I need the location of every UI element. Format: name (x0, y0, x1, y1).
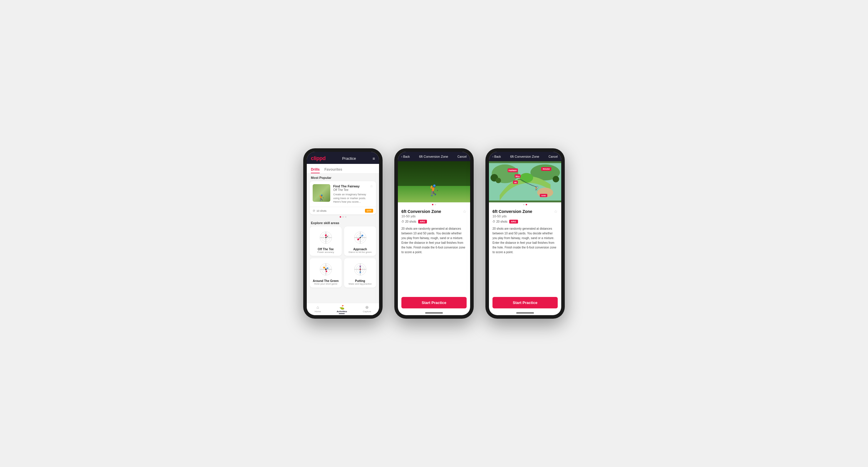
dot-2 (342, 216, 344, 218)
dot-3 (345, 216, 346, 218)
drill-image-3: FAIRWAY ROUGH Miss Hit 🏌️ SA (489, 161, 561, 202)
tab-favourites[interactable]: Favourites (324, 166, 342, 173)
nav-home[interactable]: ⌂ Home (315, 305, 321, 314)
clock-icon: ⏱ (313, 209, 315, 212)
cancel-button-2[interactable]: Cancel (458, 155, 467, 158)
phone-3-screen: ‹ Back 6ft Conversion Zone Cancel (489, 152, 561, 315)
favourite-star-icon[interactable]: ☆ (370, 184, 373, 188)
phone-1-screen: clippd Practice ≡ Drills Favourites Most… (307, 152, 379, 315)
nav-capture[interactable]: ⊕ Capture (363, 305, 371, 314)
svg-text:FAIRWAY: FAIRWAY (508, 169, 517, 171)
start-practice-button-3[interactable]: Start Practice (493, 297, 558, 308)
skill-icon-area-putting (352, 261, 369, 277)
phone-1: clippd Practice ≡ Drills Favourites Most… (303, 148, 382, 319)
back-chevron-icon: ‹ (401, 155, 402, 158)
active-indicator (339, 313, 345, 314)
most-popular-label: Most Popular (307, 174, 379, 181)
arg-badge-2: ARG (418, 220, 427, 224)
skill-card-off-the-tee[interactable]: Off The Tee Power accuracy (310, 227, 342, 256)
phone-2: ‹ Back 6ft Conversion Zone Cancel 🏌️ (394, 148, 474, 319)
phone-2-screen: ‹ Back 6ft Conversion Zone Cancel 🏌️ (398, 152, 470, 315)
home-indicator-2 (425, 312, 443, 313)
arg-badge-3: ARG (509, 220, 518, 224)
golfer-figure: 🏌️ (428, 184, 441, 197)
svg-text:🏌️: 🏌️ (534, 186, 539, 191)
shots-info: ⏱ 10 shots (313, 209, 327, 212)
nav-activities[interactable]: ⛳ Activities (337, 305, 347, 314)
svg-point-44 (520, 173, 533, 183)
back-label-2: Back (403, 155, 410, 158)
drill-description-2: 20 shots are randomly generated at dista… (401, 227, 467, 255)
home-indicator-3 (516, 312, 534, 313)
img-dot-3-1 (523, 204, 525, 205)
skill-card-putting[interactable]: Putting Make and lag practice (344, 258, 376, 288)
putting-icon-svg (352, 261, 369, 277)
category-badge: OTT (365, 209, 373, 213)
svg-text:Hit: Hit (514, 181, 517, 184)
back-button-3[interactable]: ‹ Back (493, 155, 501, 158)
menu-icon[interactable]: ≡ (373, 156, 375, 161)
back-chevron-icon-3: ‹ (493, 155, 493, 158)
drill-yardage-2: 10-50 yds (401, 214, 441, 218)
shots-count: 10 shots (316, 209, 327, 212)
phones-container: clippd Practice ≡ Drills Favourites Most… (303, 148, 565, 319)
drill-description-3: 20 shots are randomly generated at dista… (493, 227, 558, 255)
svg-point-47 (553, 176, 559, 182)
nav-home-label: Home (315, 310, 321, 313)
back-label-3: Back (494, 155, 501, 158)
drill-name-3: 6ft Conversion Zone (493, 209, 532, 214)
course-map-svg: FAIRWAY ROUGH Miss Hit 🏌️ SA (489, 161, 561, 202)
header-title: Practice (342, 156, 356, 161)
drill-name: Find The Fairway (333, 184, 373, 188)
bottom-navigation: ⌂ Home ⛳ Activities ⊕ Capture (307, 303, 379, 315)
skill-desc-atg: Hone your short game (314, 282, 337, 285)
back-button-2[interactable]: ‹ Back (401, 155, 410, 158)
drill-info: Find The Fairway Off The Tee Create an i… (333, 184, 373, 204)
approach-icon-svg (352, 229, 369, 246)
drill-meta-2: ⏱ 20 shots ARG (401, 220, 467, 224)
img-dot-3-2 (526, 204, 527, 205)
shots-clock-icon-3: ⏱ (493, 220, 495, 223)
app-logo: clippd (311, 155, 326, 162)
start-practice-button-2[interactable]: Start Practice (401, 297, 467, 308)
skill-card-atg[interactable]: Around The Green Hone your short game (310, 258, 342, 288)
carousel-dots (307, 214, 379, 220)
detail-favourite-star-2[interactable]: ☆ (463, 209, 467, 214)
home-icon: ⌂ (316, 305, 319, 309)
svg-text:Miss: Miss (516, 175, 520, 177)
skill-grid: Off The Tee Power accuracy (307, 227, 379, 290)
svg-point-8 (325, 237, 327, 238)
skill-name-putting: Putting (355, 279, 365, 282)
drill-shots-3: ⏱ 20 shots (493, 220, 507, 223)
card-footer: ⏱ 10 shots OTT (310, 207, 376, 214)
drill-shots-2: ⏱ 20 shots (401, 220, 416, 223)
skill-name-approach: Approach (353, 247, 367, 251)
drill-category: Off The Tee (333, 188, 373, 192)
drill-name-row-3: 6ft Conversion Zone 10-50 yds ☆ (493, 209, 558, 220)
img-dot-1 (432, 204, 433, 205)
thumb-image (313, 184, 330, 202)
featured-drill-card[interactable]: Find The Fairway Off The Tee Create an i… (310, 181, 376, 214)
skill-icon-area-atg (318, 261, 334, 277)
trees-bg (398, 161, 470, 186)
skill-icon-area-approach (352, 229, 369, 246)
detail-favourite-star-3[interactable]: ☆ (554, 209, 558, 214)
skill-desc-ott: Power accuracy (317, 251, 334, 254)
capture-icon: ⊕ (365, 305, 369, 309)
nav-activities-label: Activities (337, 310, 347, 313)
skill-name-ott: Off The Tee (318, 247, 334, 251)
drill-detail-content-2: 6ft Conversion Zone 10-50 yds ☆ ⏱ 20 sho… (398, 206, 470, 297)
svg-point-18 (360, 237, 361, 238)
svg-text:ROUGH: ROUGH (543, 168, 550, 170)
atg-icon-svg (318, 261, 334, 277)
shots-clock-icon-2: ⏱ (401, 220, 404, 223)
cancel-button-3[interactable]: Cancel (549, 155, 558, 158)
detail-header-3: ‹ Back 6ft Conversion Zone Cancel (489, 152, 561, 161)
featured-card-inner: Find The Fairway Off The Tee Create an i… (310, 181, 376, 207)
svg-text:SAND: SAND (541, 195, 546, 197)
skill-card-approach[interactable]: Approach Dial-in to hit the green (344, 227, 376, 256)
skill-desc-approach: Dial-in to hit the green (348, 251, 371, 254)
drill-detail-content-3: 6ft Conversion Zone 10-50 yds ☆ ⏱ 20 sho… (489, 206, 561, 297)
tab-drills[interactable]: Drills (311, 166, 320, 173)
drill-description: Create an imaginary fairway using trees … (333, 193, 373, 204)
